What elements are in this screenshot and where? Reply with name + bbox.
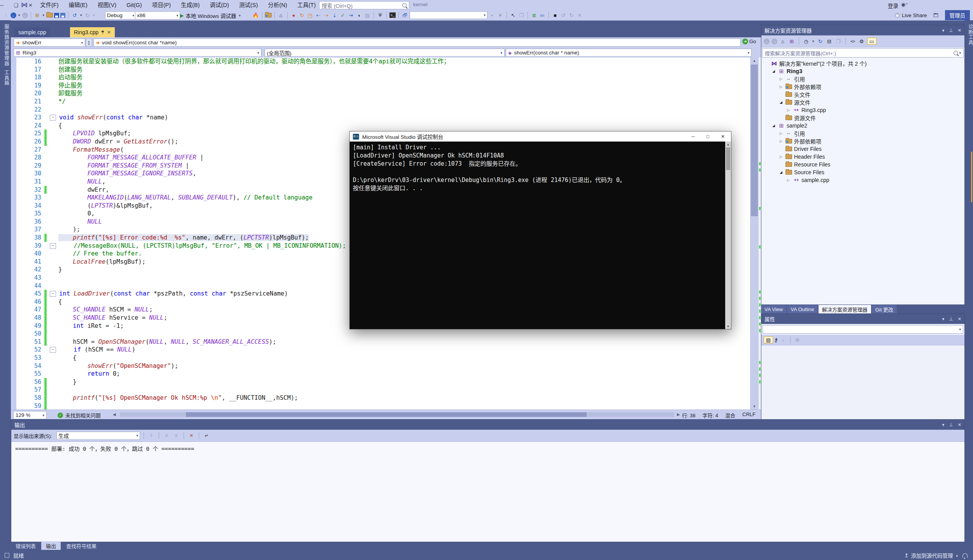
- tree-item[interactable]: Driver Files: [761, 145, 964, 153]
- code-text[interactable]: [56, 106, 750, 114]
- code-text[interactable]: if (hSCM == NULL): [57, 346, 750, 354]
- pin-icon[interactable]: ⊥: [949, 28, 953, 33]
- code-text[interactable]: void showErr(const char *name): [57, 114, 750, 122]
- undo-caret[interactable]: ▾: [79, 13, 83, 17]
- breakpoint-margin[interactable]: [16, 202, 28, 210]
- fold-toggle[interactable]: −: [50, 347, 56, 353]
- breakpoint-margin[interactable]: [16, 154, 28, 162]
- side-tab[interactable]: 工具箱: [3, 70, 10, 86]
- console-scroll-down-icon[interactable]: ▼: [725, 324, 731, 329]
- close-icon[interactable]: ✕: [958, 422, 961, 427]
- clear-all-icon[interactable]: ✕: [188, 432, 195, 439]
- code-analysis-icon[interactable]: ✓: [339, 12, 346, 19]
- close-tab-icon[interactable]: ✕: [107, 30, 111, 35]
- code-text[interactable]: showErr("OpenSCManager");: [56, 362, 750, 370]
- expand-arrow-icon[interactable]: ▷: [778, 77, 784, 81]
- breakpoint-margin[interactable]: [16, 178, 28, 186]
- live-share-button[interactable]: ◉ Live Share: [895, 12, 927, 18]
- breakpoint-margin[interactable]: [16, 170, 28, 178]
- breakpoint-margin[interactable]: [16, 330, 28, 338]
- scope-dropdown[interactable]: (全局范围) ▾: [265, 49, 505, 57]
- pin-icon[interactable]: [101, 30, 104, 34]
- code-text[interactable]: hSCM = OpenSCManager(NULL, NULL, SC_MANA…: [56, 338, 750, 346]
- tree-item[interactable]: ◢Source Files: [761, 168, 964, 176]
- breakpoint-margin[interactable]: [16, 138, 28, 146]
- collapse-arrow-icon[interactable]: ◢: [778, 170, 784, 174]
- menu-item[interactable]: 调试(D): [205, 0, 234, 10]
- breakpoint-margin[interactable]: [16, 314, 28, 322]
- minimize-button[interactable]: ─: [0, 2, 4, 8]
- zoom-dropdown[interactable]: 129 %▾: [13, 411, 47, 419]
- bottom-tool-tab[interactable]: 查找符号结果: [61, 541, 101, 550]
- code-text[interactable]: 创建服务: [56, 66, 750, 74]
- attach-process-icon[interactable]: ⇥: [347, 12, 354, 19]
- breakpoint-margin[interactable]: [16, 162, 28, 170]
- breakpoint-margin[interactable]: [16, 298, 28, 306]
- navigate-forward-icon[interactable]: →: [22, 12, 28, 18]
- breakpoint-margin[interactable]: [16, 250, 28, 258]
- menu-item[interactable]: 文件(F): [35, 0, 64, 10]
- project-dropdown[interactable]: ⊞ Ring3 ▾: [14, 49, 261, 57]
- breakpoint-margin[interactable]: [16, 106, 28, 114]
- tree-item[interactable]: 头文件: [761, 91, 964, 98]
- expand-arrow-icon[interactable]: ▷: [778, 155, 784, 159]
- collapse-arrow-icon[interactable]: ◢: [771, 69, 776, 73]
- scroll-down-icon[interactable]: ▼: [750, 403, 759, 410]
- quick-search-input[interactable]: 搜索 (Ctrl+Q): [319, 1, 409, 9]
- home-icon[interactable]: ⌂: [779, 38, 786, 45]
- build-icon[interactable]: ●: [290, 12, 297, 19]
- open-file-icon[interactable]: [46, 13, 53, 18]
- console-title-bar[interactable]: C:\ Microsoft Visual Studio 调试控制台 ─ □ ✕: [350, 131, 731, 142]
- properties-wrench-icon[interactable]: ⚙: [858, 38, 865, 45]
- collapse-arrow-icon[interactable]: ◢: [771, 124, 776, 128]
- cursor-select-icon[interactable]: ↖: [510, 12, 517, 19]
- breakpoint-margin[interactable]: [16, 258, 28, 266]
- console-output[interactable]: [main] Install Driver ...[LoadDriver] Op…: [350, 142, 725, 329]
- close-icon[interactable]: ✕: [958, 317, 961, 322]
- tool-window-tab[interactable]: Git 更改: [872, 305, 897, 313]
- breakpoint-margin[interactable]: [16, 402, 28, 410]
- breakpoint-margin[interactable]: [16, 242, 28, 250]
- collapse-arrow-icon[interactable]: ◢: [778, 100, 784, 104]
- breakpoint-margin[interactable]: [16, 282, 28, 290]
- member-signature-dropdown[interactable]: ◈ showErr(const char * name) ▾: [506, 49, 752, 57]
- scrollbar-thumb[interactable]: [751, 65, 758, 216]
- home-icon[interactable]: ⌂: [277, 12, 284, 19]
- panel-menu-caret-icon[interactable]: ▾: [942, 422, 945, 427]
- new-project-icon[interactable]: ⊞: [34, 12, 41, 19]
- navigate-backward-icon[interactable]: ←: [11, 12, 16, 18]
- categorized-view-toggle[interactable]: ▤: [764, 336, 773, 343]
- breakpoint-margin[interactable]: [16, 354, 28, 362]
- properties-object-dropdown[interactable]: ▾: [763, 325, 963, 334]
- breakpoint-margin[interactable]: [16, 146, 28, 154]
- pending-changes-filter-icon[interactable]: ◷: [803, 38, 810, 45]
- eol-indicator[interactable]: CRLF: [742, 411, 756, 419]
- side-tab[interactable]: 服务器资源管理器: [3, 24, 10, 66]
- breakpoint-margin[interactable]: [16, 210, 28, 218]
- breakpoint-margin[interactable]: [16, 98, 28, 106]
- fold-toggle[interactable]: −: [50, 243, 56, 249]
- expand-arrow-icon[interactable]: ▷: [778, 85, 784, 89]
- find-in-files-icon[interactable]: 🗗: [401, 12, 408, 19]
- collapse-all-icon[interactable]: ⊟: [826, 38, 833, 45]
- code-text[interactable]: 创建服务就是安装驱动（很多软件都可以使用打阴界，那么就可调用打印机的驱动，驱动的…: [56, 58, 750, 66]
- alphabetical-sort-icon[interactable]: AZ: [775, 338, 778, 343]
- tree-item[interactable]: ▷▪▪引用: [761, 130, 964, 137]
- editor-vertical-scrollbar[interactable]: ▲ ▼: [750, 58, 759, 410]
- toggle-word-wrap-icon[interactable]: ↵: [203, 432, 210, 439]
- console-scrollbar-thumb[interactable]: [726, 147, 730, 170]
- scroll-up-icon[interactable]: ▲: [750, 58, 759, 64]
- editor-horizontal-scrollbar[interactable]: [120, 412, 674, 417]
- search-combobox[interactable]: ▾: [410, 11, 487, 19]
- document-tab[interactable]: sample.cpp: [14, 27, 50, 37]
- console-minimize-button[interactable]: ─: [691, 134, 695, 139]
- compare-icon[interactable]: ⑂: [497, 12, 504, 19]
- list-members-icon[interactable]: ≣: [531, 12, 538, 19]
- code-text[interactable]: [56, 330, 750, 338]
- step-into-icon[interactable]: ⇣: [331, 12, 338, 19]
- tree-item[interactable]: 资源文件: [761, 114, 964, 122]
- code-text[interactable]: [56, 402, 750, 410]
- breakpoint-margin[interactable]: [16, 290, 28, 298]
- code-text[interactable]: 停止服务: [56, 82, 750, 90]
- close-button[interactable]: ✕: [28, 2, 33, 8]
